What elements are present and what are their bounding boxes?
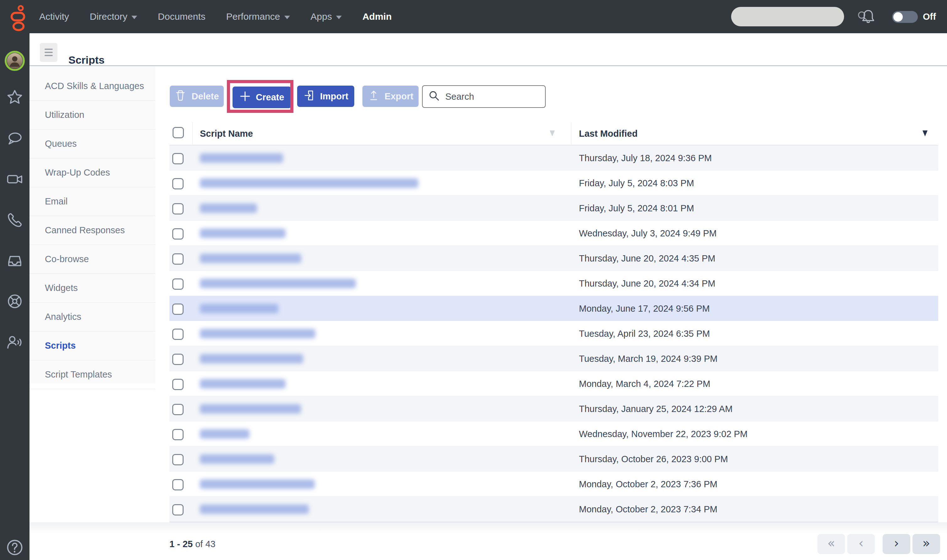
row-checkbox[interactable] <box>172 454 184 465</box>
agent-voice-icon[interactable] <box>6 333 24 352</box>
first-page-button[interactable]: « <box>817 534 845 554</box>
table-row[interactable]: Thursday, January 25, 2024 12:29 AM <box>170 396 938 422</box>
inbox-icon[interactable] <box>6 252 24 271</box>
script-name-link-redacted[interactable] <box>200 354 303 363</box>
sidebar-item-script-templates[interactable]: Script Templates <box>29 360 155 389</box>
row-checkbox[interactable] <box>172 504 184 515</box>
nav-item-performance[interactable]: Performance <box>226 11 290 22</box>
row-checkbox[interactable] <box>172 153 184 164</box>
row-checkbox[interactable] <box>172 253 184 265</box>
sidebar-item-analytics[interactable]: Analytics <box>29 303 155 331</box>
row-checkbox[interactable] <box>172 203 184 214</box>
script-name-link-redacted[interactable] <box>200 304 278 313</box>
sidebar-item-utilization[interactable]: Utilization <box>29 101 155 129</box>
top-bar: ActivityDirectoryDocumentsPerformanceApp… <box>0 0 947 33</box>
nav-item-activity[interactable]: Activity <box>39 11 69 22</box>
select-all-checkbox[interactable] <box>173 127 184 138</box>
table-row[interactable]: Wednesday, July 3, 2024 9:49 PM <box>170 221 938 246</box>
last-modified-cell: Monday, October 2, 2023 7:36 PM <box>579 472 717 497</box>
last-modified-cell: Thursday, June 20, 2024 4:34 PM <box>579 271 716 296</box>
script-name-link-redacted[interactable] <box>200 153 283 163</box>
row-checkbox[interactable] <box>172 479 184 491</box>
script-name-link-redacted[interactable] <box>200 479 315 489</box>
last-modified-cell: Thursday, June 20, 2024 4:35 PM <box>579 246 716 271</box>
star-icon[interactable] <box>6 88 24 107</box>
table-row[interactable]: Thursday, June 20, 2024 4:35 PM <box>170 246 938 271</box>
sidebar-item-canned-responses[interactable]: Canned Responses <box>29 216 155 245</box>
script-name-link-redacted[interactable] <box>200 404 301 414</box>
table-row[interactable]: Monday, June 17, 2024 9:56 PM <box>170 296 938 321</box>
global-search-input[interactable] <box>731 7 856 26</box>
last-modified-cell: Tuesday, March 19, 2024 9:39 PM <box>579 346 718 371</box>
column-header-last-modified[interactable]: Last Modified <box>579 122 638 145</box>
import-button[interactable]: Import <box>297 86 354 107</box>
row-checkbox[interactable] <box>172 379 184 390</box>
script-name-link-redacted[interactable] <box>200 279 356 288</box>
last-page-button[interactable]: » <box>913 534 940 554</box>
table-search-field[interactable] <box>422 85 546 108</box>
last-modified-cell: Thursday, January 25, 2024 12:29 AM <box>579 396 733 422</box>
next-page-button[interactable]: › <box>883 534 910 554</box>
sidebar-item-co-browse[interactable]: Co-browse <box>29 245 155 274</box>
script-name-link-redacted[interactable] <box>200 178 418 188</box>
prev-page-button[interactable]: ‹ <box>847 534 875 554</box>
script-name-link-redacted[interactable] <box>200 329 315 338</box>
sidebar-item-acd-skills-languages[interactable]: ACD Skills & Languages <box>29 72 155 101</box>
user-avatar[interactable] <box>5 51 25 72</box>
queue-toggle[interactable] <box>892 11 918 23</box>
sort-icon-script-name[interactable] <box>550 131 555 136</box>
script-name-link-redacted[interactable] <box>200 229 285 238</box>
table-row[interactable]: Friday, July 5, 2024 8:03 PM <box>170 171 938 195</box>
sidebar-item-email[interactable]: Email <box>29 187 155 216</box>
trash-icon <box>174 89 187 104</box>
script-name-link-redacted[interactable] <box>200 203 257 213</box>
table-row[interactable]: Thursday, October 26, 2023 9:00 PM <box>170 446 938 472</box>
nav-item-admin[interactable]: Admin <box>362 11 392 22</box>
delete-button[interactable]: Delete <box>170 86 224 107</box>
column-header-script-name[interactable]: Script Name <box>200 122 253 145</box>
row-checkbox[interactable] <box>172 278 184 290</box>
sidebar-item-widgets[interactable]: Widgets <box>29 274 155 303</box>
bell-icon[interactable] <box>860 8 877 26</box>
script-name-link-redacted[interactable] <box>200 379 285 388</box>
row-checkbox[interactable] <box>172 178 184 189</box>
table-row[interactable]: Thursday, July 18, 2024 9:36 PM <box>170 146 938 171</box>
nav-item-documents[interactable]: Documents <box>158 11 205 22</box>
row-checkbox[interactable] <box>172 354 184 365</box>
row-checkbox[interactable] <box>172 429 184 440</box>
help-icon[interactable] <box>5 538 24 558</box>
nav-item-directory[interactable]: Directory <box>90 11 137 22</box>
table-row[interactable]: Wednesday, November 22, 2023 9:02 PM <box>170 422 938 446</box>
create-button[interactable]: Create <box>233 86 291 108</box>
nav-item-apps[interactable]: Apps <box>311 11 342 22</box>
table-search-input[interactable] <box>445 86 564 108</box>
table-row[interactable]: Monday, October 2, 2023 7:36 PM <box>170 472 938 497</box>
sidebar-item-queues[interactable]: Queues <box>29 129 155 158</box>
genesys-logo[interactable] <box>5 3 26 31</box>
export-button[interactable]: Export <box>362 86 419 107</box>
script-name-link-redacted[interactable] <box>200 505 309 514</box>
table-row[interactable]: Monday, October 2, 2023 7:34 PM <box>170 497 938 522</box>
table-row[interactable]: Thursday, June 20, 2024 4:34 PM <box>170 271 938 296</box>
row-checkbox[interactable] <box>172 404 184 415</box>
table-row[interactable]: Tuesday, March 19, 2024 9:39 PM <box>170 346 938 371</box>
table-row[interactable]: Tuesday, April 23, 2024 6:35 PM <box>170 321 938 346</box>
global-search[interactable] <box>731 7 844 26</box>
script-name-link-redacted[interactable] <box>200 254 301 263</box>
table-body: Thursday, July 18, 2024 9:36 PMFriday, J… <box>170 146 938 522</box>
row-checkbox[interactable] <box>172 329 184 340</box>
sidebar-item-scripts[interactable]: Scripts <box>29 331 155 360</box>
table-row[interactable]: Monday, March 4, 2024 7:22 PM <box>170 371 938 396</box>
video-icon[interactable] <box>6 171 24 189</box>
phone-icon[interactable] <box>6 211 24 230</box>
table-row[interactable]: Friday, July 5, 2024 8:01 PM <box>170 195 938 221</box>
hamburger-icon[interactable] <box>40 43 57 62</box>
sidebar-item-wrap-up-codes[interactable]: Wrap-Up Codes <box>29 158 155 187</box>
sort-icon-last-modified[interactable] <box>922 131 927 136</box>
row-checkbox[interactable] <box>172 228 184 240</box>
script-name-link-redacted[interactable] <box>200 454 274 464</box>
chat-icon[interactable] <box>6 129 24 148</box>
interactions-wheel-icon[interactable] <box>6 292 24 311</box>
script-name-link-redacted[interactable] <box>200 429 250 438</box>
row-checkbox[interactable] <box>172 303 184 315</box>
